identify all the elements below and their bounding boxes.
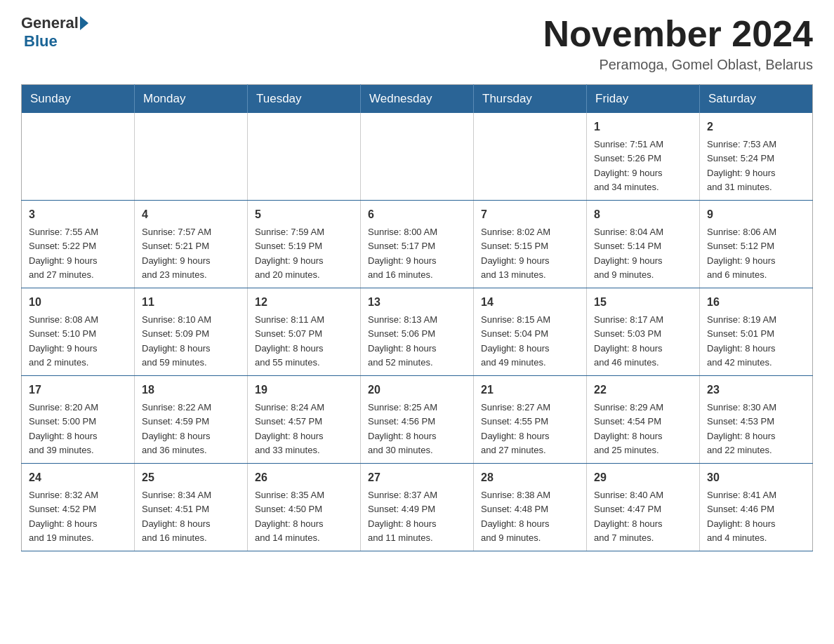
day-number: 6: [368, 206, 466, 223]
day-number: 5: [255, 206, 353, 223]
day-info: Sunrise: 8:22 AM Sunset: 4:59 PM Dayligh…: [142, 402, 211, 455]
day-number: 30: [707, 469, 805, 486]
day-number: 14: [481, 294, 579, 311]
day-info: Sunrise: 8:17 AM Sunset: 5:03 PM Dayligh…: [594, 314, 663, 368]
day-cell: 24Sunrise: 8:32 AM Sunset: 4:52 PM Dayli…: [22, 464, 135, 551]
day-number: 23: [707, 382, 805, 398]
day-number: 18: [142, 382, 240, 398]
day-cell: 15Sunrise: 8:17 AM Sunset: 5:03 PM Dayli…: [587, 288, 700, 376]
day-info: Sunrise: 8:15 AM Sunset: 5:04 PM Dayligh…: [481, 314, 550, 368]
day-cell: 9Sunrise: 8:06 AM Sunset: 5:12 PM Daylig…: [700, 201, 813, 288]
header-friday: Friday: [587, 85, 700, 114]
header-wednesday: Wednesday: [361, 85, 474, 114]
day-info: Sunrise: 7:59 AM Sunset: 5:19 PM Dayligh…: [255, 227, 324, 280]
day-cell: [248, 113, 361, 201]
day-info: Sunrise: 8:24 AM Sunset: 4:57 PM Dayligh…: [255, 402, 324, 455]
day-info: Sunrise: 8:40 AM Sunset: 4:47 PM Dayligh…: [594, 490, 663, 543]
day-number: 19: [255, 382, 353, 398]
day-cell: 26Sunrise: 8:35 AM Sunset: 4:50 PM Dayli…: [248, 464, 361, 551]
day-cell: 29Sunrise: 8:40 AM Sunset: 4:47 PM Dayli…: [587, 464, 700, 551]
day-number: 26: [255, 469, 353, 486]
day-number: 24: [29, 469, 127, 486]
day-cell: 8Sunrise: 8:04 AM Sunset: 5:14 PM Daylig…: [587, 201, 700, 288]
header-saturday: Saturday: [700, 85, 813, 114]
day-cell: [22, 113, 135, 201]
day-cell: 30Sunrise: 8:41 AM Sunset: 4:46 PM Dayli…: [700, 464, 813, 551]
day-number: 28: [481, 469, 579, 486]
day-info: Sunrise: 8:02 AM Sunset: 5:15 PM Dayligh…: [481, 227, 550, 280]
day-info: Sunrise: 8:35 AM Sunset: 4:50 PM Dayligh…: [255, 490, 324, 543]
day-info: Sunrise: 8:29 AM Sunset: 4:54 PM Dayligh…: [594, 402, 663, 455]
day-cell: 7Sunrise: 8:02 AM Sunset: 5:15 PM Daylig…: [474, 201, 587, 288]
week-row-5: 24Sunrise: 8:32 AM Sunset: 4:52 PM Dayli…: [22, 464, 813, 551]
day-info: Sunrise: 8:32 AM Sunset: 4:52 PM Dayligh…: [29, 490, 98, 543]
day-cell: 25Sunrise: 8:34 AM Sunset: 4:51 PM Dayli…: [135, 464, 248, 551]
day-number: 10: [29, 294, 127, 311]
day-cell: 22Sunrise: 8:29 AM Sunset: 4:54 PM Dayli…: [587, 376, 700, 464]
day-info: Sunrise: 7:57 AM Sunset: 5:21 PM Dayligh…: [142, 227, 211, 280]
day-cell: 21Sunrise: 8:27 AM Sunset: 4:55 PM Dayli…: [474, 376, 587, 464]
week-row-4: 17Sunrise: 8:20 AM Sunset: 5:00 PM Dayli…: [22, 376, 813, 464]
day-info: Sunrise: 8:30 AM Sunset: 4:53 PM Dayligh…: [707, 402, 776, 455]
header-tuesday: Tuesday: [248, 85, 361, 114]
day-number: 3: [29, 206, 127, 223]
day-number: 17: [29, 382, 127, 398]
header-monday: Monday: [135, 85, 248, 114]
day-number: 7: [481, 206, 579, 223]
day-info: Sunrise: 8:27 AM Sunset: 4:55 PM Dayligh…: [481, 402, 550, 455]
day-info: Sunrise: 8:10 AM Sunset: 5:09 PM Dayligh…: [142, 314, 211, 368]
day-number: 22: [594, 382, 692, 398]
day-number: 9: [707, 206, 805, 223]
logo-blue-text: Blue: [24, 32, 58, 50]
day-cell: 6Sunrise: 8:00 AM Sunset: 5:17 PM Daylig…: [361, 201, 474, 288]
day-number: 25: [142, 469, 240, 486]
day-cell: 13Sunrise: 8:13 AM Sunset: 5:06 PM Dayli…: [361, 288, 474, 376]
day-info: Sunrise: 8:19 AM Sunset: 5:01 PM Dayligh…: [707, 314, 776, 368]
day-cell: 18Sunrise: 8:22 AM Sunset: 4:59 PM Dayli…: [135, 376, 248, 464]
day-cell: 12Sunrise: 8:11 AM Sunset: 5:07 PM Dayli…: [248, 288, 361, 376]
day-number: 15: [594, 294, 692, 311]
day-info: Sunrise: 8:34 AM Sunset: 4:51 PM Dayligh…: [142, 490, 211, 543]
day-number: 27: [368, 469, 466, 486]
day-info: Sunrise: 7:51 AM Sunset: 5:26 PM Dayligh…: [594, 139, 663, 192]
week-row-1: 1Sunrise: 7:51 AM Sunset: 5:26 PM Daylig…: [22, 113, 813, 201]
day-cell: [135, 113, 248, 201]
day-info: Sunrise: 8:00 AM Sunset: 5:17 PM Dayligh…: [368, 227, 437, 280]
calendar-header-row: SundayMondayTuesdayWednesdayThursdayFrid…: [22, 85, 813, 114]
day-cell: 16Sunrise: 8:19 AM Sunset: 5:01 PM Dayli…: [700, 288, 813, 376]
logo: General Blue: [21, 14, 90, 51]
day-cell: 23Sunrise: 8:30 AM Sunset: 4:53 PM Dayli…: [700, 376, 813, 464]
calendar-table: SundayMondayTuesdayWednesdayThursdayFrid…: [21, 84, 813, 551]
day-info: Sunrise: 8:08 AM Sunset: 5:10 PM Dayligh…: [29, 314, 98, 368]
day-cell: 10Sunrise: 8:08 AM Sunset: 5:10 PM Dayli…: [22, 288, 135, 376]
day-cell: 28Sunrise: 8:38 AM Sunset: 4:48 PM Dayli…: [474, 464, 587, 551]
day-number: 29: [594, 469, 692, 486]
location-subtitle: Peramoga, Gomel Oblast, Belarus: [543, 57, 813, 73]
day-cell: 20Sunrise: 8:25 AM Sunset: 4:56 PM Dayli…: [361, 376, 474, 464]
day-info: Sunrise: 8:20 AM Sunset: 5:00 PM Dayligh…: [29, 402, 98, 455]
day-number: 16: [707, 294, 805, 311]
day-info: Sunrise: 8:41 AM Sunset: 4:46 PM Dayligh…: [707, 490, 776, 543]
day-cell: 27Sunrise: 8:37 AM Sunset: 4:49 PM Dayli…: [361, 464, 474, 551]
day-number: 12: [255, 294, 353, 311]
month-title: November 2024: [543, 14, 813, 54]
day-cell: 1Sunrise: 7:51 AM Sunset: 5:26 PM Daylig…: [587, 113, 700, 201]
day-info: Sunrise: 8:13 AM Sunset: 5:06 PM Dayligh…: [368, 314, 437, 368]
day-info: Sunrise: 8:04 AM Sunset: 5:14 PM Dayligh…: [594, 227, 663, 280]
title-section: November 2024 Peramoga, Gomel Oblast, Be…: [543, 14, 813, 73]
day-cell: [474, 113, 587, 201]
header-thursday: Thursday: [474, 85, 587, 114]
day-info: Sunrise: 7:53 AM Sunset: 5:24 PM Dayligh…: [707, 139, 776, 192]
day-info: Sunrise: 8:11 AM Sunset: 5:07 PM Dayligh…: [255, 314, 324, 368]
day-cell: 17Sunrise: 8:20 AM Sunset: 5:00 PM Dayli…: [22, 376, 135, 464]
week-row-3: 10Sunrise: 8:08 AM Sunset: 5:10 PM Dayli…: [22, 288, 813, 376]
day-number: 21: [481, 382, 579, 398]
logo-general-text: General: [21, 14, 79, 32]
header-sunday: Sunday: [22, 85, 135, 114]
day-cell: 11Sunrise: 8:10 AM Sunset: 5:09 PM Dayli…: [135, 288, 248, 376]
week-row-2: 3Sunrise: 7:55 AM Sunset: 5:22 PM Daylig…: [22, 201, 813, 288]
day-number: 13: [368, 294, 466, 311]
day-info: Sunrise: 8:37 AM Sunset: 4:49 PM Dayligh…: [368, 490, 437, 543]
day-cell: 3Sunrise: 7:55 AM Sunset: 5:22 PM Daylig…: [22, 201, 135, 288]
day-cell: 4Sunrise: 7:57 AM Sunset: 5:21 PM Daylig…: [135, 201, 248, 288]
